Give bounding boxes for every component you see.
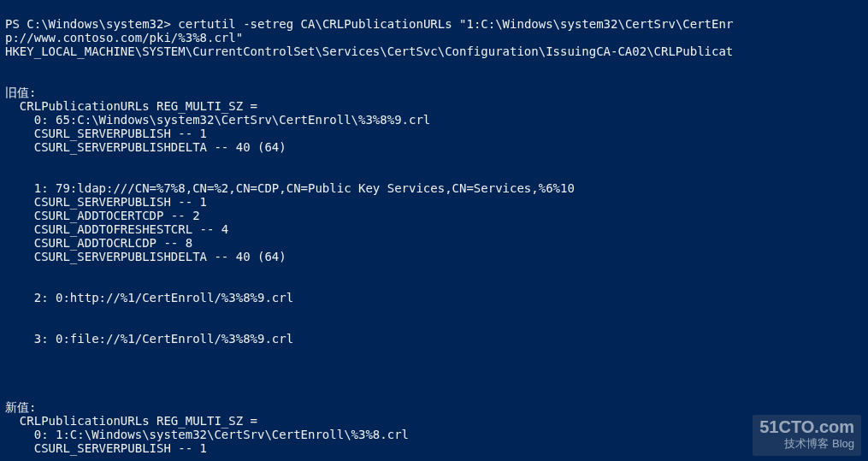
prompt-ps: PS C:\Windows\system32> [5, 17, 171, 31]
powershell-terminal[interactable]: PS C:\Windows\system32> certutil -setreg… [0, 0, 868, 461]
old-flag-0a: CSURL_SERVERPUBLISH -- 1 [5, 127, 207, 140]
blank-line [5, 455, 863, 461]
old-flag-0b: CSURL_SERVERPUBLISHDELTA -- 40 (64) [5, 140, 286, 154]
command-text-1: certutil -setreg CA\CRLPublicationURLs "… [178, 17, 733, 31]
new-flag-0a: CSURL_SERVERPUBLISH -- 1 [5, 441, 207, 455]
registry-path: HKEY_LOCAL_MACHINE\SYSTEM\CurrentControl… [5, 44, 733, 58]
blank-line [5, 373, 863, 387]
watermark-sub: 技术博客 Blog [759, 435, 854, 452]
old-entry-3: 3: 0:file://%1/CertEnroll/%3%8%9.crl [5, 332, 293, 346]
old-reg-line: CRLPublicationURLs REG_MULTI_SZ = [5, 99, 257, 113]
old-flag-1e: CSURL_SERVERPUBLISHDELTA -- 40 (64) [5, 250, 286, 263]
old-entry-2: 2: 0:http://%1/CertEnroll/%3%8%9.crl [5, 291, 293, 304]
blank-line [5, 304, 863, 318]
old-flag-1a: CSURL_SERVERPUBLISH -- 1 [5, 195, 207, 209]
blank-line [5, 263, 863, 277]
blank-line [5, 346, 863, 359]
watermark-main: 51CTO.com [759, 418, 854, 435]
old-header: 旧值: [5, 86, 36, 99]
new-reg-line: CRLPublicationURLs REG_MULTI_SZ = [5, 414, 257, 428]
command-text-2: p://www.contoso.com/pki/%3%8.crl" [5, 31, 243, 44]
blank-line [5, 58, 863, 72]
old-flag-1b: CSURL_ADDTOCERTCDP -- 2 [5, 209, 200, 222]
old-flag-1d: CSURL_ADDTOCRLCDP -- 8 [5, 236, 192, 250]
watermark: 51CTO.com 技术博客 Blog [753, 415, 861, 456]
blank-line [5, 154, 863, 168]
old-entry-0: 0: 65:C:\Windows\system32\CertSrv\CertEn… [5, 113, 430, 127]
old-entry-1: 1: 79:ldap:///CN=%7%8,CN=%2,CN=CDP,CN=Pu… [5, 181, 575, 195]
old-flag-1c: CSURL_ADDTOFRESHESTCRL -- 4 [5, 222, 228, 236]
new-header: 新值: [5, 400, 36, 414]
prompt-line: PS C:\Windows\system32> certutil -setreg… [5, 17, 733, 31]
new-entry-0: 0: 1:C:\Windows\system32\CertSrv\CertEnr… [5, 428, 409, 441]
